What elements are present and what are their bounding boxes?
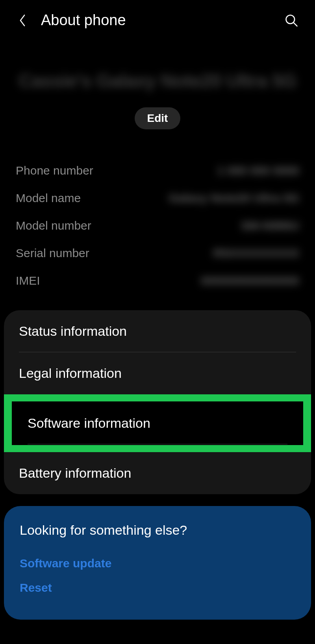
software-information-item[interactable]: Software information [13, 402, 302, 444]
info-label: Serial number [16, 247, 89, 260]
header: About phone [0, 0, 315, 37]
info-label: Model number [16, 219, 91, 232]
reset-link[interactable]: Reset [20, 576, 295, 600]
status-information-item[interactable]: Status information [4, 310, 311, 352]
info-label: Model name [16, 191, 81, 205]
info-value-redacted: 1 000 000 0000 [217, 164, 299, 177]
back-icon[interactable] [16, 14, 29, 27]
info-sections-card: Status information Legal information Sof… [4, 310, 311, 494]
info-row-serial-number[interactable]: Serial number R5XXXXXXXXX [16, 239, 299, 267]
legal-information-item[interactable]: Legal information [4, 352, 311, 394]
info-value-redacted: 000000000000000 [201, 274, 299, 287]
battery-information-item[interactable]: Battery information [4, 452, 311, 494]
info-label: IMEI [16, 274, 40, 287]
info-value-redacted: Galaxy Note20 Ultra 5G [169, 191, 299, 205]
svg-line-1 [293, 22, 297, 26]
info-row-model-name[interactable]: Model name Galaxy Note20 Ultra 5G [16, 184, 299, 212]
device-info-list: Phone number 1 000 000 0000 Model name G… [0, 137, 315, 298]
info-row-imei[interactable]: IMEI 000000000000000 [16, 267, 299, 294]
suggestions-title: Looking for something else? [20, 523, 295, 538]
software-information-highlight: Software information [4, 394, 311, 452]
search-icon[interactable] [284, 13, 299, 28]
page-title: About phone [41, 12, 284, 29]
device-name-section: Cassie's Galaxy Note20 Ultra 5G Edit [0, 37, 315, 137]
suggestions-card: Looking for something else? Software upd… [4, 506, 311, 620]
info-value-redacted: SM-N986U [241, 219, 299, 232]
info-row-phone-number[interactable]: Phone number 1 000 000 0000 [16, 157, 299, 184]
software-update-link[interactable]: Software update [20, 551, 295, 576]
info-label: Phone number [16, 164, 93, 177]
info-row-model-number[interactable]: Model number SM-N986U [16, 212, 299, 239]
edit-button[interactable]: Edit [135, 107, 181, 129]
info-value-redacted: R5XXXXXXXXX [213, 247, 299, 260]
device-name-redacted: Cassie's Galaxy Note20 Ultra 5G [16, 70, 299, 92]
